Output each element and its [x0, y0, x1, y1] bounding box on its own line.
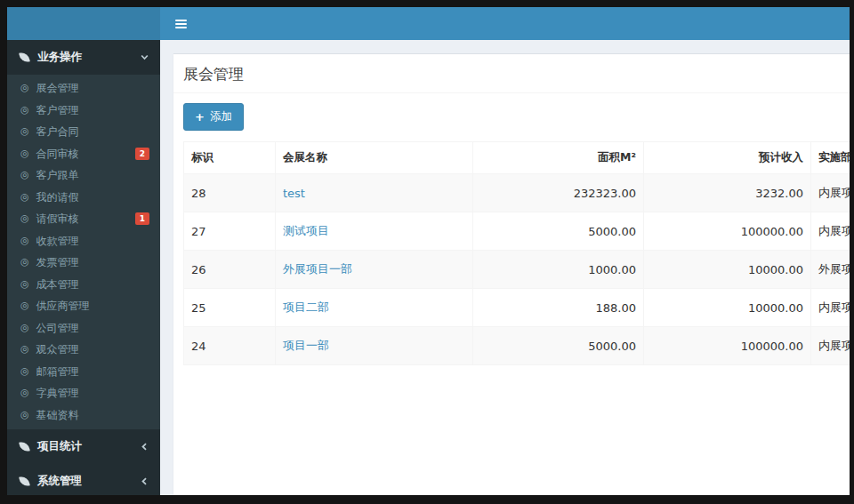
table-row: 24 项目一部 5000.00 100000.00 内展项目一部	[184, 327, 850, 365]
sidebar-item-label: 客户跟单	[36, 169, 79, 182]
sidebar-item[interactable]: ◎ 成本管理	[7, 274, 160, 296]
circle-dot-icon: ◎	[20, 235, 29, 248]
exhibition-panel: 展会管理 + 添加 标识会展名称面积M²预计收入实施部门	[173, 53, 850, 495]
sidebar: 业务操作 ◎ 展会管理 ◎ 客户管理 ◎ 客户合同 ◎ 合同审核 2 ◎ 客户跟…	[7, 40, 160, 495]
sidebar-item[interactable]: ◎ 收款管理	[7, 230, 160, 252]
table-row: 25 项目二部 188.00 10000.00 内展项目一部	[184, 289, 850, 327]
logo-area	[7, 7, 160, 40]
sidebar-item-label: 基础资料	[36, 409, 79, 422]
cell-id: 25	[184, 289, 276, 327]
circle-dot-icon: ◎	[20, 82, 29, 95]
cell-area: 5000.00	[473, 212, 644, 251]
sidebar-item-label: 发票管理	[36, 256, 79, 269]
circle-dot-icon: ◎	[20, 125, 29, 139]
table-row: 28 test 232323.00 3232.00 内展项目一部	[184, 174, 850, 212]
sidebar-item[interactable]: ◎ 展会管理	[7, 77, 160, 100]
add-button-label: 添加	[210, 109, 232, 124]
sidebar-item[interactable]: ◎ 邮箱管理	[7, 361, 160, 383]
cell-area: 188.00	[473, 289, 644, 327]
exhibition-link[interactable]: 项目二部	[283, 300, 329, 314]
sidebar-section-project-stats[interactable]: 项目统计	[7, 429, 160, 464]
leaf-icon	[19, 52, 29, 62]
chevron-left-icon	[140, 442, 149, 452]
leaf-icon	[19, 441, 29, 452]
circle-dot-icon: ◎	[20, 322, 29, 335]
cell-income: 10000.00	[644, 251, 811, 289]
cell-name: 测试项目	[276, 212, 473, 251]
sidebar-item-label: 合同审核	[36, 148, 79, 161]
sidebar-item-label: 请假审核	[36, 212, 79, 226]
sidebar-item-label: 展会管理	[36, 82, 79, 95]
table-header-cell: 会展名称	[276, 142, 473, 174]
cell-id: 27	[184, 212, 276, 251]
circle-dot-icon: ◎	[20, 387, 29, 400]
sidebar-item[interactable]: ◎ 客户跟单	[7, 164, 160, 187]
sidebar-item[interactable]: ◎ 请假审核 1	[7, 208, 160, 230]
exhibition-link[interactable]: 测试项目	[283, 224, 329, 237]
section-label: 系统管理	[37, 474, 82, 489]
cell-dept: 外展项目一部	[811, 251, 850, 289]
plus-icon: +	[195, 112, 205, 122]
table-header-cell: 实施部门	[811, 142, 850, 174]
circle-dot-icon: ◎	[20, 148, 29, 161]
panel-header: 展会管理	[173, 54, 850, 93]
cell-dept: 内展项目一部	[811, 289, 850, 327]
table-header-row: 标识会展名称面积M²预计收入实施部门	[184, 142, 850, 174]
sidebar-item[interactable]: ◎ 公司管理	[7, 317, 160, 340]
sidebar-item[interactable]: ◎ 观众管理	[7, 339, 160, 361]
cell-area: 232323.00	[473, 174, 644, 212]
cell-income: 10000.00	[644, 289, 811, 327]
sidebar-item[interactable]: ◎ 发票管理	[7, 252, 160, 274]
sidebar-item[interactable]: ◎ 字典管理	[7, 382, 160, 404]
circle-dot-icon: ◎	[20, 409, 29, 422]
exhibition-link[interactable]: test	[283, 187, 305, 200]
circle-dot-icon: ◎	[20, 256, 29, 269]
sidebar-item[interactable]: ◎ 合同审核 2	[7, 143, 160, 165]
add-button[interactable]: + 添加	[183, 103, 244, 131]
cell-dept: 内展项目一部	[811, 327, 850, 365]
sidebar-item-label: 客户合同	[36, 125, 79, 139]
page-title: 展会管理	[183, 64, 850, 84]
cell-name: 项目二部	[276, 289, 473, 327]
sidebar-item-label: 公司管理	[36, 322, 79, 335]
sidebar-item-label: 客户管理	[36, 104, 79, 117]
table-row: 27 测试项目 5000.00 100000.00 内展项目一部	[184, 212, 850, 251]
table-body: 28 test 232323.00 3232.00 内展项目一部 27 测试项目…	[184, 174, 850, 365]
sidebar-section-system-mgmt[interactable]: 系统管理	[7, 464, 160, 495]
sidebar-item[interactable]: ◎ 我的请假	[7, 187, 160, 209]
sidebar-item-label: 观众管理	[36, 343, 79, 356]
circle-dot-icon: ◎	[20, 300, 29, 313]
sidebar-toggle-button[interactable]	[172, 16, 190, 32]
exhibitions-table: 标识会展名称面积M²预计收入实施部门 28 test 232323.00 323…	[183, 141, 850, 365]
cell-id: 24	[184, 327, 276, 365]
cell-area: 5000.00	[473, 327, 644, 365]
sidebar-section-business-ops[interactable]: 业务操作	[7, 40, 160, 75]
cell-dept: 内展项目一部	[811, 212, 850, 251]
sidebar-item-label: 供应商管理	[36, 300, 90, 313]
table-head: 标识会展名称面积M²预计收入实施部门	[184, 142, 850, 174]
cell-income: 3232.00	[644, 174, 811, 212]
exhibition-link[interactable]: 外展项目一部	[283, 262, 352, 276]
notification-badge: 2	[135, 148, 149, 160]
circle-dot-icon: ◎	[20, 343, 29, 356]
circle-dot-icon: ◎	[20, 191, 29, 204]
exhibition-link[interactable]: 项目一部	[283, 339, 329, 352]
leaf-icon	[19, 476, 29, 486]
section-label: 业务操作	[37, 50, 82, 65]
sidebar-item[interactable]: ◎ 客户合同	[7, 121, 160, 143]
sidebar-item[interactable]: ◎ 供应商管理	[7, 295, 160, 317]
sidebar-item-label: 我的请假	[36, 191, 79, 204]
navbar-bar	[160, 7, 850, 40]
sidebar-item-label: 成本管理	[36, 278, 79, 292]
sidebar-item[interactable]: ◎ 客户管理	[7, 100, 160, 122]
cell-dept: 内展项目一部	[811, 174, 850, 212]
sidebar-item-label: 收款管理	[36, 235, 79, 248]
app-window: 业务操作 ◎ 展会管理 ◎ 客户管理 ◎ 客户合同 ◎ 合同审核 2 ◎ 客户跟…	[7, 7, 850, 495]
cell-id: 28	[184, 174, 276, 212]
sidebar-item[interactable]: ◎ 基础资料	[7, 404, 160, 427]
sidebar-item-label: 字典管理	[36, 387, 79, 400]
cell-income: 100000.00	[644, 212, 811, 251]
cell-name: 项目一部	[276, 327, 473, 365]
circle-dot-icon: ◎	[20, 104, 29, 117]
circle-dot-icon: ◎	[20, 169, 29, 182]
